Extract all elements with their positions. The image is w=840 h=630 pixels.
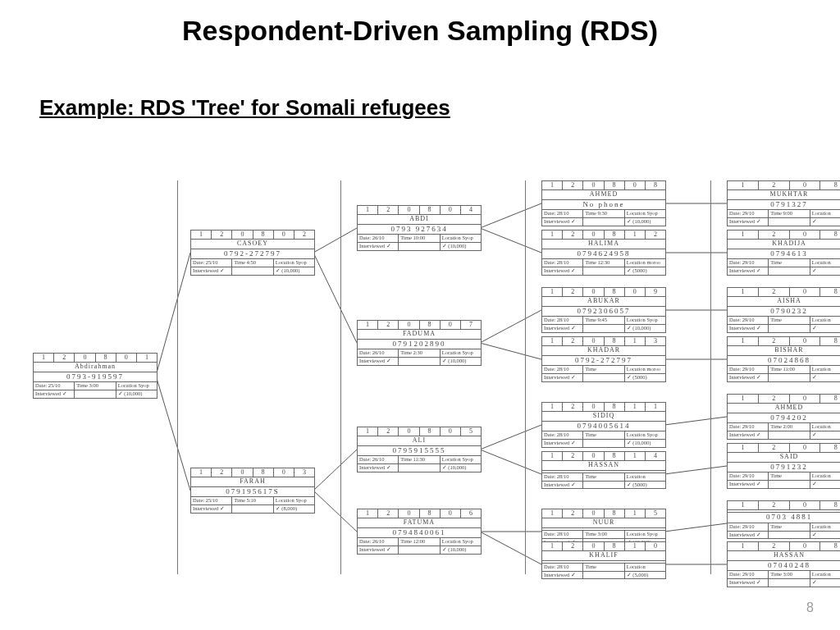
tree-node: 1208AISHA0790232Date: 29/10Time Location… bbox=[727, 287, 840, 333]
svg-line-6 bbox=[480, 203, 541, 228]
tree-node: 120813KHADAR0792-272797Date: 28/10Time L… bbox=[541, 336, 666, 382]
svg-line-8 bbox=[480, 310, 541, 343]
column-divider bbox=[340, 180, 341, 574]
svg-line-9 bbox=[480, 343, 541, 359]
column-divider bbox=[525, 180, 526, 574]
page-number: 8 bbox=[806, 600, 814, 615]
tree-node: 120811SIDIQ0794005614Date: 28/10Time Loc… bbox=[541, 402, 666, 448]
svg-line-20 bbox=[664, 523, 727, 532]
tree-node: 120809ABUKAR0792306057Date: 28/10Time 9:… bbox=[541, 287, 666, 333]
tree-node: 120812HALIMA0794624958Date: 28/10Time 12… bbox=[541, 230, 666, 276]
tree-node: 120804ABDI0793 927634Date: 26/10Time 10:… bbox=[357, 205, 482, 251]
svg-line-11 bbox=[480, 450, 541, 474]
tree-node: 120803FARAH079195617SDate: 25/10Time 5:1… bbox=[190, 468, 315, 514]
slide: Respondent-Driven Sampling (RDS) Example… bbox=[0, 0, 840, 630]
svg-line-5 bbox=[313, 491, 357, 532]
column-divider bbox=[177, 180, 178, 574]
tree-node: 12080703 4881Date: 29/10Time Location In… bbox=[727, 500, 840, 539]
tree-node: 1208HASSAN07040248Date: 29/10Time 3:00Lo… bbox=[727, 541, 840, 587]
rds-tree-diagram: 120801Abdirahman0793-919597Date: 25/10Ti… bbox=[16, 180, 840, 574]
svg-line-10 bbox=[480, 425, 541, 450]
svg-line-0 bbox=[156, 253, 190, 376]
svg-line-18 bbox=[664, 417, 727, 425]
tree-node: 120801Abdirahman0793-919597Date: 25/10Ti… bbox=[33, 353, 158, 399]
svg-line-7 bbox=[480, 228, 541, 253]
tree-node: 1208MUKHTAR0791327Date: 29/10Time 9:00Lo… bbox=[727, 180, 840, 226]
tree-node: 1208KHADIJA0794613Date: 29/10Time Locati… bbox=[727, 230, 840, 276]
tree-node: 1208BISHAR07024868Date: 29/10Time 11:00L… bbox=[727, 336, 840, 382]
svg-line-3 bbox=[313, 253, 357, 343]
tree-node: 120807FADUMA0791202890Date: 26/10Time 2:… bbox=[357, 320, 482, 366]
tree-node: 120814HASSANDate: 28/10Time Location Int… bbox=[541, 451, 666, 489]
svg-line-2 bbox=[313, 228, 357, 253]
tree-node: 1208SAID0791232Date: 29/10Time Location … bbox=[727, 443, 840, 489]
svg-line-19 bbox=[664, 466, 727, 474]
tree-node: 120808AHMEDNo phoneDate: 28/10Time 9:30L… bbox=[541, 180, 666, 226]
tree-node: 1208AHMED0794202Date: 29/10Time 2:00Loca… bbox=[727, 394, 840, 440]
column-divider bbox=[710, 180, 711, 574]
tree-node: 120806FATUMA0794840061Date: 26/10Time 12… bbox=[357, 509, 482, 555]
tree-node: 120810KHALIFDate: 28/10Time Location Int… bbox=[541, 541, 666, 579]
page-title: Respondent-Driven Sampling (RDS) bbox=[0, 15, 840, 47]
svg-line-1 bbox=[156, 376, 190, 491]
svg-line-4 bbox=[313, 450, 357, 491]
svg-line-13 bbox=[480, 532, 541, 564]
page-subtitle: Example: RDS 'Tree' for Somali refugees bbox=[39, 95, 450, 121]
tree-node: 120802CASOEY0792-272797Date: 25/10Time 4… bbox=[190, 230, 315, 276]
tree-node: 120805ALI0795915555Date: 26/10Time 11:30… bbox=[357, 427, 482, 472]
